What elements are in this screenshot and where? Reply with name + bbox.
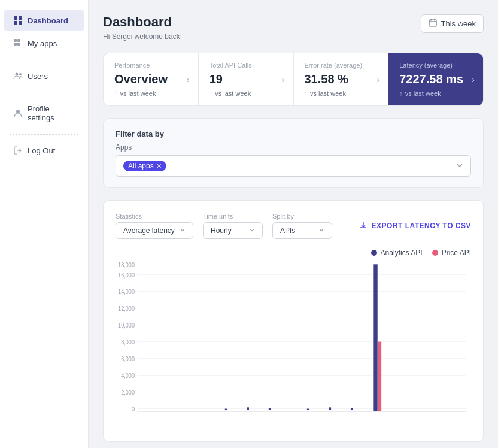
download-icon — [359, 221, 368, 231]
apps-filter-dropdown[interactable]: All apps ✕ — [116, 155, 471, 177]
header-text: Dashboard Hi Sergei welcome back! — [103, 14, 182, 41]
apps-filter-label: Apps — [116, 143, 471, 152]
sidebar-divider — [10, 60, 78, 60]
metric-card-performance[interactable]: Perfomance Overview ↑ vs last week › — [104, 53, 199, 105]
bar-analytics-spike — [374, 264, 377, 411]
bar-price-spike — [378, 342, 381, 411]
metric-value: 31.58 % — [305, 72, 378, 86]
svg-text:6,000: 6,000 — [121, 355, 135, 362]
sidebar-item-label: Users — [28, 72, 48, 81]
chevron-right-icon: › — [282, 75, 285, 84]
chart-svg: 0 2,000 4,000 6,000 8,000 10,000 12,000 … — [116, 262, 471, 429]
svg-rect-1 — [19, 16, 22, 20]
sidebar-divider-2 — [10, 93, 78, 93]
tag-label: All apps — [128, 162, 154, 170]
sidebar-item-label: Profile settings — [28, 104, 75, 122]
metric-card-total-api[interactable]: Total API Calls 19 ↑ vs last week › — [199, 53, 294, 105]
time-units-select[interactable]: Hourly — [203, 222, 263, 239]
svg-text:8,000: 8,000 — [121, 338, 135, 346]
chevron-down-icon — [249, 226, 255, 235]
export-label: Export latency to CSV — [371, 222, 471, 230]
all-apps-tag[interactable]: All apps ✕ — [123, 161, 166, 171]
legend-label: Analytics API — [381, 249, 423, 257]
trend-icon: ↑ — [399, 90, 403, 97]
chart-section: Statistics Average latency Time units Ho… — [103, 200, 484, 442]
svg-point-9 — [19, 73, 22, 75]
svg-rect-4 — [14, 39, 17, 42]
svg-rect-5 — [17, 39, 20, 42]
svg-rect-12 — [429, 20, 436, 26]
metric-label: Total API Calls — [209, 62, 283, 69]
svg-rect-36 — [225, 409, 227, 410]
sidebar-item-logout[interactable]: Log Out — [4, 140, 84, 161]
metric-label: Error rate (average) — [305, 62, 378, 69]
svg-rect-0 — [14, 16, 17, 20]
metric-card-error-rate[interactable]: Error rate (average) 31.58 % ↑ vs last w… — [294, 53, 389, 105]
statistics-select[interactable]: Average latency — [116, 222, 193, 239]
sidebar-item-users[interactable]: Users — [4, 65, 84, 87]
metric-vs: ↑ vs last week — [399, 90, 472, 97]
sidebar: Dashboard My apps Users Profile settings… — [0, 0, 89, 448]
logout-icon — [13, 146, 23, 155]
split-by-select[interactable]: APIs — [272, 222, 332, 239]
metric-value: 7227.58 ms — [399, 72, 472, 86]
vs-label: vs last week — [405, 90, 441, 97]
metric-vs: ↑ vs last week — [209, 90, 283, 97]
chevron-right-icon: › — [472, 75, 475, 84]
metric-card-latency[interactable]: Latency (average) 7227.58 ms ↑ vs last w… — [388, 53, 483, 105]
statistics-label: Statistics — [116, 213, 193, 220]
svg-rect-7 — [17, 43, 20, 46]
split-by-value: APIs — [280, 226, 295, 235]
legend-price-api: Price API — [432, 249, 471, 257]
metric-value: Overview — [114, 72, 187, 86]
svg-rect-39 — [307, 409, 309, 410]
time-units-control: Time units Hourly — [203, 213, 263, 239]
filter-title: Filter data by — [116, 129, 471, 138]
svg-text:10,000: 10,000 — [118, 322, 135, 329]
header-row: Dashboard Hi Sergei welcome back! This w… — [103, 14, 484, 41]
chevron-down-icon — [456, 161, 463, 171]
metric-vs: ↑ vs last week — [114, 90, 187, 97]
x-axis-labels: 14 April 6:00 14 April 12:00 14 April 18… — [116, 368, 294, 429]
export-button[interactable]: Export latency to CSV — [359, 221, 471, 231]
time-units-label: Time units — [203, 213, 263, 220]
sidebar-item-profile-settings[interactable]: Profile settings — [4, 98, 84, 128]
this-week-button[interactable]: This week — [421, 14, 484, 33]
metric-value: 19 — [209, 72, 283, 86]
svg-text:4,000: 4,000 — [121, 372, 135, 379]
page-title: Dashboard — [103, 14, 182, 30]
trend-icon: ↑ — [114, 90, 118, 97]
split-by-label: Split by — [272, 213, 332, 220]
sidebar-item-dashboard[interactable]: Dashboard — [4, 10, 84, 31]
sidebar-item-label: Dashboard — [28, 16, 68, 25]
chevron-right-icon: › — [187, 75, 190, 84]
chart-legend: Analytics API Price API — [116, 249, 471, 257]
svg-text:16,000: 16,000 — [118, 271, 135, 279]
svg-point-8 — [16, 73, 19, 76]
tag-remove-icon[interactable]: ✕ — [156, 162, 162, 170]
svg-rect-38 — [269, 408, 271, 410]
sidebar-divider-3 — [10, 134, 78, 135]
metric-cards: Perfomance Overview ↑ vs last week › Tot… — [103, 53, 484, 106]
svg-rect-41 — [351, 408, 353, 410]
svg-text:0: 0 — [132, 405, 135, 413]
user-icon — [13, 108, 23, 118]
users-icon — [13, 71, 23, 81]
apps-icon — [13, 38, 23, 48]
filter-section: Filter data by Apps All apps ✕ — [103, 118, 484, 188]
svg-text:12,000: 12,000 — [118, 305, 135, 312]
sidebar-item-my-apps[interactable]: My apps — [4, 32, 84, 54]
vs-label: vs last week — [310, 90, 346, 97]
trend-icon: ↑ — [305, 90, 308, 97]
legend-label: Price API — [442, 249, 471, 257]
chevron-down-icon — [318, 226, 324, 235]
page-subtitle: Hi Sergei welcome back! — [103, 32, 182, 41]
metric-label: Perfomance — [114, 62, 187, 69]
chart-area: 0 2,000 4,000 6,000 8,000 10,000 12,000 … — [116, 262, 471, 429]
metric-vs: ↑ vs last week — [305, 90, 378, 97]
svg-rect-2 — [14, 21, 17, 25]
svg-rect-40 — [329, 407, 331, 410]
chart-controls: Statistics Average latency Time units Ho… — [116, 213, 471, 239]
price-dot — [432, 250, 438, 256]
vs-label: vs last week — [120, 90, 156, 97]
